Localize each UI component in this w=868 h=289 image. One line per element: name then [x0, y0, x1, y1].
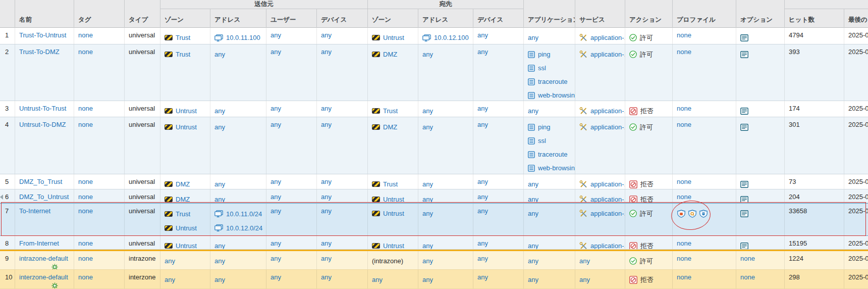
- options-link[interactable]: none: [740, 255, 755, 262]
- log-viewer-button[interactable]: [740, 124, 748, 131]
- cell-link[interactable]: any: [214, 107, 225, 115]
- cell-link[interactable]: any: [422, 209, 433, 218]
- profile-shield[interactable]: [688, 210, 697, 218]
- source-user-link[interactable]: any: [270, 178, 281, 185]
- column-header-options[interactable]: オプション: [736, 0, 785, 28]
- dest-device-link[interactable]: any: [477, 121, 488, 128]
- cell-link[interactable]: Untrust: [383, 242, 404, 249]
- cell-link[interactable]: any: [422, 257, 433, 265]
- cell-link[interactable]: any: [528, 107, 538, 115]
- cell-link[interactable]: Untrust: [383, 33, 404, 42]
- service-link[interactable]: application-...: [590, 107, 625, 115]
- cell-link[interactable]: traceroute: [538, 150, 568, 159]
- cell-link[interactable]: DMZ: [176, 180, 190, 188]
- cell-link[interactable]: Untrust: [176, 123, 197, 131]
- dest-device-link[interactable]: any: [477, 178, 488, 185]
- dest-device-link[interactable]: any: [477, 31, 488, 39]
- tag-link[interactable]: none: [78, 48, 93, 56]
- source-user-link[interactable]: any: [270, 48, 281, 56]
- tag-link[interactable]: none: [78, 105, 93, 112]
- profile-link[interactable]: none: [677, 48, 691, 56]
- tag-link[interactable]: none: [78, 178, 93, 185]
- cell-link[interactable]: any: [528, 180, 538, 188]
- source-user-link[interactable]: any: [270, 121, 281, 128]
- cell-link[interactable]: 10.0.12.0/24: [226, 224, 262, 232]
- profile-link[interactable]: none: [677, 255, 691, 262]
- column-header-service[interactable]: サービス: [575, 0, 625, 28]
- column-header-last-hit[interactable]: 最後のヒット: [844, 9, 868, 28]
- cell-link[interactable]: Trust: [383, 180, 398, 188]
- policy-name-link[interactable]: Untrsut-To-DMZ: [19, 120, 66, 129]
- cell-link[interactable]: any: [422, 275, 433, 284]
- cell-link[interactable]: Untrust: [383, 209, 404, 218]
- cell-link[interactable]: any: [214, 275, 225, 284]
- source-user-link[interactable]: any: [270, 193, 281, 201]
- cell-link[interactable]: Untrust: [176, 242, 197, 249]
- column-header-source-device[interactable]: デバイス: [317, 9, 368, 28]
- cell-link[interactable]: traceroute: [538, 77, 568, 86]
- cell-link[interactable]: any: [422, 50, 433, 59]
- log-viewer-button[interactable]: [740, 181, 748, 188]
- service-link[interactable]: application-...: [590, 242, 625, 249]
- log-viewer-button[interactable]: [740, 196, 748, 203]
- cell-link[interactable]: any: [528, 242, 538, 249]
- column-header-dest-address[interactable]: アドレス: [418, 9, 473, 28]
- policy-name-link[interactable]: DMZ_To_Untrust: [19, 192, 69, 201]
- column-header-profile[interactable]: プロファイル: [673, 0, 736, 28]
- tag-link[interactable]: none: [78, 239, 93, 247]
- cell-link[interactable]: any: [528, 257, 538, 265]
- profile-link[interactable]: none: [677, 273, 691, 281]
- cell-link[interactable]: any: [422, 195, 433, 203]
- action-label[interactable]: 許可: [640, 257, 653, 265]
- cell-link[interactable]: any: [214, 123, 225, 131]
- service-link[interactable]: application-...: [590, 33, 625, 42]
- cell-link[interactable]: any: [165, 275, 175, 284]
- cell-link[interactable]: any: [528, 275, 538, 284]
- log-viewer-button[interactable]: [740, 210, 748, 217]
- cell-link[interactable]: any: [422, 123, 433, 131]
- action-label[interactable]: 許可: [640, 33, 653, 42]
- cell-link[interactable]: any: [422, 180, 433, 188]
- cell-link[interactable]: any: [422, 242, 433, 249]
- cell-link[interactable]: 10.0.11.100: [226, 33, 260, 42]
- tag-link[interactable]: none: [78, 273, 93, 281]
- action-label[interactable]: 許可: [640, 209, 653, 218]
- dest-device-link[interactable]: any: [477, 105, 488, 112]
- service-link[interactable]: any: [579, 257, 590, 265]
- source-user-link[interactable]: any: [270, 255, 281, 262]
- dest-device-link[interactable]: any: [477, 48, 488, 56]
- cell-link[interactable]: DMZ: [383, 50, 397, 59]
- cell-link[interactable]: DMZ: [176, 195, 190, 203]
- service-link[interactable]: application-...: [590, 195, 625, 203]
- column-header-source-address[interactable]: アドレス: [210, 9, 266, 28]
- profile-link[interactable]: none: [677, 193, 691, 201]
- policy-name-link[interactable]: Trust-To-Untrust: [19, 31, 66, 39]
- cell-link[interactable]: any: [165, 257, 175, 265]
- profile-link[interactable]: none: [677, 105, 691, 112]
- log-viewer-button[interactable]: [740, 51, 748, 58]
- column-header-tag[interactable]: タグ: [74, 0, 125, 28]
- cell-link[interactable]: Trust: [383, 107, 398, 115]
- tag-link[interactable]: none: [78, 121, 93, 128]
- profile-shield[interactable]: [699, 210, 708, 218]
- profile-shield[interactable]: [677, 210, 686, 218]
- action-label[interactable]: 拒否: [640, 242, 654, 249]
- column-header-source-zone[interactable]: ゾーン: [160, 9, 210, 28]
- source-device-link[interactable]: any: [321, 178, 332, 185]
- dest-device-link[interactable]: any: [477, 207, 488, 215]
- policy-name-link[interactable]: Trust-To-DMZ: [19, 47, 60, 56]
- cell-link[interactable]: any: [528, 209, 538, 218]
- dest-device-link[interactable]: any: [477, 273, 488, 281]
- log-viewer-button[interactable]: [740, 108, 748, 115]
- service-link[interactable]: application-...: [590, 50, 625, 59]
- action-label[interactable]: 許可: [640, 123, 653, 131]
- action-label[interactable]: 許可: [640, 50, 653, 59]
- cell-link[interactable]: any: [528, 195, 538, 203]
- source-device-link[interactable]: any: [321, 48, 332, 56]
- action-label[interactable]: 拒否: [640, 107, 654, 115]
- column-header-application[interactable]: アプリケーション: [524, 0, 575, 28]
- column-header-name[interactable]: 名前: [15, 0, 74, 28]
- profile-link[interactable]: none: [677, 239, 691, 247]
- cell-link[interactable]: ping: [538, 50, 551, 59]
- dest-device-link[interactable]: any: [477, 255, 488, 262]
